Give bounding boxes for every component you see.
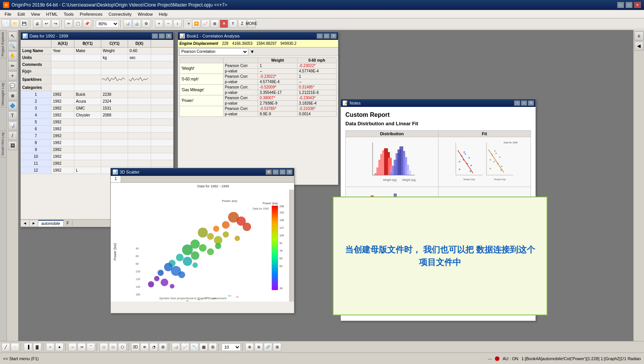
graph-btn[interactable]: 📊	[123, 20, 132, 28]
bt-line-btn[interactable]: ╱	[2, 343, 10, 351]
bt-3d-btn[interactable]: 3D	[131, 343, 140, 351]
cell-9-make[interactable]	[74, 146, 101, 153]
cell-fx-2[interactable]	[74, 68, 101, 75]
text-tool[interactable]: T	[8, 111, 17, 120]
bt-arrow-btn[interactable]: →	[68, 343, 77, 351]
filter-btn[interactable]: 🔽	[192, 20, 200, 28]
cell-2-060[interactable]	[128, 98, 151, 105]
cell-5-weight[interactable]	[101, 119, 128, 125]
col-ax1[interactable]: A(X1)	[51, 40, 74, 47]
zoom-select[interactable]: 80%	[96, 20, 119, 28]
right-tb-2[interactable]: ◀	[634, 41, 644, 51]
data-close-btn[interactable]: ✕	[166, 33, 172, 39]
notes-close-btn[interactable]: ✕	[528, 100, 534, 106]
redo-btn[interactable]: ↪	[51, 20, 60, 28]
cut-btn[interactable]: ✂	[64, 20, 73, 28]
col-by1[interactable]: B(Y1)	[74, 40, 101, 47]
cell-5-year[interactable]: 1992	[51, 119, 74, 125]
scatter-titlebar[interactable]: 📊 3D Scatter 🏠 ─ □ ✕	[111, 168, 294, 176]
cell-weight-units[interactable]: kg	[101, 54, 128, 61]
cell-4-060[interactable]	[128, 112, 151, 118]
bt-bar-btn[interactable]: ▐	[24, 343, 32, 351]
messages-log-label[interactable]: Messages Log	[0, 81, 7, 108]
cell-fx-1[interactable]	[51, 68, 74, 75]
bt-oval-btn[interactable]: ⬭	[109, 343, 117, 351]
annotate-tool[interactable]: 💬	[8, 81, 17, 90]
menu-edit[interactable]: Edit	[15, 11, 28, 17]
bt-stat3-btn[interactable]: 📉	[190, 343, 199, 351]
bt-split-btn[interactable]: ⊗	[255, 343, 263, 351]
image-tool[interactable]: 🖼	[8, 141, 17, 150]
bt-map-btn[interactable]: ⊞	[159, 343, 167, 351]
data-min-btn[interactable]: ─	[152, 33, 158, 39]
corr-dropdown-icon[interactable]: ▼	[250, 49, 255, 54]
cell-6-year[interactable]: 1992	[51, 126, 74, 132]
scatter-home-btn[interactable]: 🏠	[266, 169, 272, 175]
sort-btn[interactable]: ↕	[173, 20, 182, 28]
bt-stat5-btn[interactable]: ⊞	[209, 343, 217, 351]
cell-cat-4[interactable]	[128, 84, 151, 91]
data-max-btn[interactable]: □	[159, 33, 165, 39]
cell-9-weight[interactable]	[101, 146, 128, 153]
cell-7-060[interactable]	[128, 133, 151, 139]
new-btn[interactable]: 📄	[2, 20, 10, 28]
corr-titlebar[interactable]: 📊 Book1 - Correlation Analysis ─ □ ✕	[178, 32, 338, 40]
cell-cat-1[interactable]	[51, 84, 74, 91]
bt-rect-btn[interactable]: □	[100, 343, 108, 351]
menu-connectivity[interactable]: Connectivity	[105, 11, 135, 17]
data-table-titlebar[interactable]: 📊 Data for 1992 - 1999 ─ □ ✕	[21, 32, 173, 40]
menu-tools[interactable]: Tools	[61, 11, 77, 17]
cell-2-make[interactable]: Acura	[74, 98, 101, 105]
cell-make-units[interactable]	[74, 54, 101, 61]
notes-max-btn[interactable]: □	[521, 100, 527, 106]
cell-comments-1[interactable]	[51, 61, 74, 68]
cell-4-weight[interactable]: 2088	[101, 112, 128, 118]
cell-4-year[interactable]: 1992	[51, 112, 74, 118]
bt-stat4-btn[interactable]: ▦	[199, 343, 208, 351]
cell-8-year[interactable]: 1992	[51, 139, 74, 146]
cell-5-060[interactable]	[128, 119, 151, 125]
corr-method-select[interactable]: Pearson Correlation	[179, 48, 248, 55]
cell-6-make[interactable]	[74, 126, 101, 132]
bt-curve-btn[interactable]: ⌒	[87, 343, 95, 351]
cell-10-060[interactable]	[128, 153, 151, 160]
cell-8-weight[interactable]	[101, 139, 128, 146]
graph-tool[interactable]: 📊	[8, 121, 17, 130]
bt-combine-btn[interactable]: ⊕	[245, 343, 254, 351]
cell-11-make[interactable]	[74, 160, 101, 167]
menu-file[interactable]: File	[2, 11, 15, 17]
menu-html[interactable]: HTML	[43, 11, 61, 17]
cell-060-units[interactable]: sec	[128, 54, 151, 61]
cell-comments-3[interactable]	[101, 61, 128, 68]
cell-11-year[interactable]: 1992	[51, 160, 74, 167]
cell-7-year[interactable]: 1992	[51, 133, 74, 139]
cell-fx-3[interactable]	[101, 68, 128, 75]
select-tool[interactable]: ↖	[8, 31, 17, 41]
cell-8-make[interactable]	[74, 139, 101, 146]
scale-tool[interactable]: ⊕	[8, 91, 17, 100]
cell-10-weight[interactable]	[101, 153, 128, 160]
cell-3-make[interactable]: GMC	[74, 105, 101, 111]
del-col-btn[interactable]: −	[164, 20, 172, 28]
prev-tab-btn[interactable]: ◄	[21, 220, 30, 226]
menu-window[interactable]: Window	[135, 11, 156, 17]
cell-year-name[interactable]: Year	[51, 48, 74, 54]
bt-surface-btn[interactable]: ≋	[140, 343, 149, 351]
cell-weight-name[interactable]: Weight	[101, 48, 128, 54]
cell-11-weight[interactable]	[101, 160, 128, 167]
draw-tool[interactable]: ✏	[8, 61, 17, 71]
notes-titlebar[interactable]: 📝 Notes ─ □ ✕	[341, 99, 536, 107]
cell-6-060[interactable]	[128, 126, 151, 132]
close-btn[interactable]: ✕	[634, 2, 641, 8]
bt-layout-btn[interactable]: ⊞	[273, 343, 281, 351]
copy-btn[interactable]: 📋	[74, 20, 82, 28]
col-cy1[interactable]: C(Y1)	[101, 40, 128, 47]
bt-link-btn[interactable]: 🔗	[264, 343, 272, 351]
cell-cat-3[interactable]	[101, 84, 128, 91]
bt-size-select[interactable]: 10	[222, 343, 241, 351]
cell-year-units[interactable]	[51, 54, 74, 61]
cell-12-make[interactable]: L	[74, 167, 101, 174]
scatter-close-btn[interactable]: ✕	[286, 169, 292, 175]
more-btn[interactable]: MORE	[247, 20, 256, 28]
smart-hint-label[interactable]: Smart Hint Log	[0, 131, 7, 157]
